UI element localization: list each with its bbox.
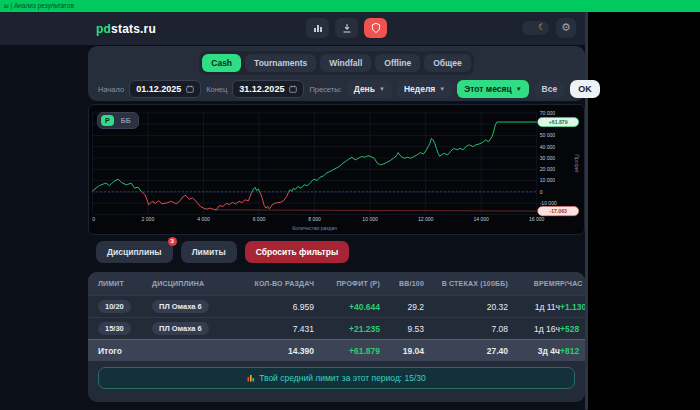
total-label: Итого xyxy=(98,346,152,356)
preset-month-value: Этот месяц xyxy=(464,84,511,94)
calendar-icon xyxy=(186,85,194,93)
shield-icon xyxy=(370,22,382,34)
chevron-down-icon: ▼ xyxy=(379,86,385,92)
preset-week-value: Неделя xyxy=(404,84,435,94)
chevron-down-icon: ▼ xyxy=(516,86,522,92)
discipline-pill: ПЛ Омаха 6 xyxy=(152,322,209,335)
tab-tournaments[interactable]: Tournaments xyxy=(245,54,316,72)
tab-general[interactable]: Общее xyxy=(424,54,471,72)
tabs-group: Cash Tournaments Windfall Offline Общее xyxy=(199,51,473,75)
total-time: 3д 4ч xyxy=(508,346,560,356)
profit-chart: 70 00060 00050 00040 00030 00020 00010 0… xyxy=(92,107,581,232)
svg-text:-17.063: -17.063 xyxy=(549,208,567,214)
table-filter-buttons: Дисциплины 3 Лимиты Сбросить фильтры xyxy=(96,241,349,263)
svg-text:0: 0 xyxy=(540,189,543,195)
total-bb100: 19.04 xyxy=(380,346,424,356)
svg-text:4 000: 4 000 xyxy=(197,216,210,222)
svg-text:6 000: 6 000 xyxy=(253,216,266,222)
bb100-value: 9.53 xyxy=(380,324,424,334)
results-table: ЛИМИТ ДИСЦИПЛИНА КОЛ-ВО РАЗДАЧ ПРОФИТ (Р… xyxy=(88,272,585,402)
col-hands: КОЛ-ВО РАЗДАЧ xyxy=(240,280,314,287)
chart-unit-toggle: Р ББ xyxy=(97,112,139,129)
profit-value: +21.235 xyxy=(314,324,380,334)
logo-suffix: stats.ru xyxy=(111,22,156,36)
chevron-down-icon: ▼ xyxy=(439,86,445,92)
svg-text:Количество раздач: Количество раздач xyxy=(292,225,337,231)
preset-day-dropdown[interactable]: День▼ xyxy=(347,80,392,98)
total-profit: +61.879 xyxy=(314,346,380,356)
svg-text:+61.879: +61.879 xyxy=(549,119,568,125)
svg-text:16 000: 16 000 xyxy=(529,216,545,222)
unit-bb-button[interactable]: ББ xyxy=(117,115,135,126)
header-right-group: ☾ ⚙ xyxy=(522,18,576,38)
stacks-value: 20.32 xyxy=(424,302,508,312)
stacks-value: 7.08 xyxy=(424,324,508,334)
calendar-icon xyxy=(289,85,297,93)
download-button[interactable] xyxy=(335,18,358,38)
col-profit: ПРОФИТ (Р) xyxy=(314,280,380,287)
svg-text:-10 000: -10 000 xyxy=(540,200,557,206)
table-row[interactable]: 10/20 ПЛ Омаха 6 6.959 +40.644 29.2 20.3… xyxy=(88,295,585,317)
preset-all-button[interactable]: Все xyxy=(534,80,566,98)
svg-text:0: 0 xyxy=(92,216,95,222)
average-limit-note: Твой средний лимит за этот период: 15/30 xyxy=(98,367,575,389)
browser-tab-strip: ы | Анализ результатов xyxy=(0,0,700,12)
limits-button[interactable]: Лимиты xyxy=(181,241,237,263)
limit-pill: 15/30 xyxy=(98,322,131,335)
svg-text:8 000: 8 000 xyxy=(308,216,321,222)
start-date-label: Начало xyxy=(98,85,124,94)
tabs-row: Cash Tournaments Windfall Offline Общее xyxy=(88,51,585,75)
svg-text:2 000: 2 000 xyxy=(142,216,155,222)
start-date-input[interactable]: 01.12.2025 xyxy=(129,80,201,98)
header-icon-group xyxy=(306,18,387,38)
settings-button[interactable]: ⚙ xyxy=(556,18,576,38)
col-limit: ЛИМИТ xyxy=(98,280,152,287)
preset-day-value: День xyxy=(354,84,375,94)
end-date-input[interactable]: 31.12.2025 xyxy=(232,80,304,98)
tab-offline[interactable]: Offline xyxy=(375,54,420,72)
col-time: ВРЕМЯ xyxy=(508,280,560,287)
scrollbar[interactable] xyxy=(585,12,588,410)
col-per-hour: Р/ЧАС xyxy=(560,280,582,287)
stats-button[interactable] xyxy=(306,18,329,38)
unit-rub-button[interactable]: Р xyxy=(101,115,114,126)
time-value: 1д 16ч xyxy=(508,324,560,334)
security-button[interactable] xyxy=(364,18,387,38)
site-logo[interactable]: pdstats.ru xyxy=(96,22,156,36)
col-discipline: ДИСЦИПЛИНА xyxy=(152,280,240,287)
start-date-value: 01.12.2025 xyxy=(136,84,181,94)
col-bb100: BB/100 xyxy=(380,280,424,287)
profit-chart-panel: 70 00060 00050 00040 00030 00020 00010 0… xyxy=(88,104,585,235)
stats-icon xyxy=(312,22,324,34)
tab-windfall[interactable]: Windfall xyxy=(320,54,371,72)
total-per-hour: +812 xyxy=(560,346,579,356)
preset-week-dropdown[interactable]: Неделя▼ xyxy=(397,80,452,98)
hands-value: 7.431 xyxy=(240,324,314,334)
total-stacks: 27.40 xyxy=(424,346,508,356)
filters-panel: Cash Tournaments Windfall Offline Общее … xyxy=(88,46,585,101)
table-header-row: ЛИМИТ ДИСЦИПЛИНА КОЛ-ВО РАЗДАЧ ПРОФИТ (Р… xyxy=(88,272,585,295)
download-icon xyxy=(341,22,353,34)
logo-prefix: pd xyxy=(96,22,111,36)
svg-text:70 000: 70 000 xyxy=(540,110,556,116)
svg-text:14 000: 14 000 xyxy=(473,216,489,222)
preset-month-dropdown[interactable]: Этот месяц▼ xyxy=(457,80,528,98)
tab-cash[interactable]: Cash xyxy=(202,54,241,72)
ok-button[interactable]: OK xyxy=(570,80,600,98)
table-total-row: Итого 14.390 +61.879 19.04 27.40 3д 4ч +… xyxy=(88,339,585,361)
table-row[interactable]: 15/30 ПЛ Омаха 6 7.431 +21.235 9.53 7.08… xyxy=(88,317,585,339)
reset-filters-button[interactable]: Сбросить фильтры xyxy=(245,241,349,263)
disciplines-button[interactable]: Дисциплины 3 xyxy=(96,241,173,263)
total-hands: 14.390 xyxy=(240,346,314,356)
svg-text:10 000: 10 000 xyxy=(362,216,378,222)
date-filter-row: Начало 01.12.2025 Конец 31.12.2025 Пресе… xyxy=(88,75,585,98)
presets-label: Пресеты: xyxy=(309,85,341,94)
svg-text:Профит: Профит xyxy=(574,154,580,173)
chart-emoji-icon xyxy=(247,374,255,382)
svg-text:12 000: 12 000 xyxy=(418,216,434,222)
theme-toggle[interactable]: ☾ xyxy=(522,21,549,35)
hands-value: 6.959 xyxy=(240,302,314,312)
svg-text:30 000: 30 000 xyxy=(540,155,556,161)
discipline-pill: ПЛ Омаха 6 xyxy=(152,300,209,313)
browser-tab-title: ы | Анализ результатов xyxy=(4,2,74,9)
